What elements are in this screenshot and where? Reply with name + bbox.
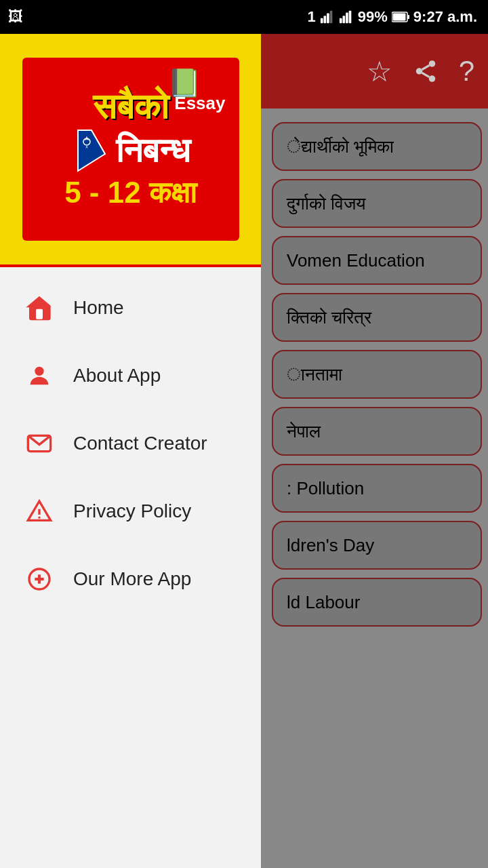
list-item[interactable]: दुर्गाको विजय — [272, 179, 482, 228]
svg-rect-6 — [346, 13, 348, 24]
notification-badge: 1 — [308, 8, 316, 26]
svg-line-14 — [422, 73, 429, 77]
time-display: 9:27 a.m. — [413, 8, 477, 26]
list-item[interactable]: ेद्यार्थीको भूमिका — [272, 122, 482, 171]
essay-label: Essay — [174, 93, 225, 114]
share-icon[interactable] — [413, 58, 439, 84]
list-area: ेद्यार्थीको भूमिका दुर्गाको विजय Vomen E… — [261, 115, 488, 633]
warning-icon — [24, 496, 54, 526]
svg-point-13 — [428, 75, 435, 81]
svg-rect-2 — [327, 14, 329, 24]
home-icon — [24, 293, 54, 323]
svg-rect-0 — [321, 18, 323, 23]
app-container: ☆ ? ेद्यार्थीको भूमिका दुर्गाको विजय — [0, 34, 488, 868]
list-item[interactable]: : Pollution — [272, 464, 482, 513]
status-bar: 🖼 1 99% 9: — [0, 0, 488, 34]
navigation-drawer: 📗 सबैको Essay निबन्ध 5 — [0, 34, 261, 868]
list-item[interactable]: ldren's Day — [272, 521, 482, 570]
nav-item-about[interactable]: About App — [0, 342, 261, 410]
nav-item-more[interactable]: Our More App — [0, 545, 261, 613]
gallery-icon: 🖼 — [8, 8, 23, 26]
svg-rect-7 — [348, 11, 351, 23]
signal-icon — [320, 9, 335, 24]
svg-rect-3 — [329, 11, 332, 23]
nepal-flag-icon — [71, 127, 112, 174]
svg-point-11 — [428, 60, 435, 67]
svg-point-22 — [35, 367, 43, 376]
battery-percentage: 99% — [358, 8, 388, 26]
more-apps-label: Our More App — [73, 568, 191, 590]
list-item[interactable]: ld Labour — [272, 578, 482, 627]
nav-item-privacy[interactable]: Privacy Policy — [0, 477, 261, 545]
home-label: Home — [73, 297, 124, 319]
svg-point-12 — [415, 68, 422, 75]
nav-item-contact[interactable]: Contact Creator — [0, 410, 261, 477]
add-circle-icon — [24, 564, 54, 594]
svg-rect-5 — [342, 16, 345, 23]
svg-rect-21 — [36, 309, 43, 319]
svg-rect-1 — [323, 16, 326, 23]
privacy-label: Privacy Policy — [73, 500, 191, 522]
about-label: About App — [73, 365, 161, 387]
app-logo: 📗 सबैको Essay निबन्ध 5 — [22, 58, 239, 241]
email-icon — [24, 429, 54, 458]
svg-point-26 — [38, 517, 40, 519]
svg-marker-16 — [78, 130, 105, 171]
list-item[interactable]: नेपाल — [272, 407, 482, 456]
nav-item-home[interactable]: Home — [0, 274, 261, 342]
person-icon — [24, 361, 54, 391]
svg-rect-9 — [392, 14, 405, 21]
nibandh-text: निबन्ध — [116, 134, 190, 167]
list-item[interactable]: Vomen Education — [272, 236, 482, 285]
svg-line-15 — [422, 65, 429, 69]
signal2-icon — [339, 9, 354, 24]
list-item[interactable]: क्तिको चरित्र — [272, 293, 482, 342]
logo-middle: निबन्ध — [71, 127, 190, 174]
list-item[interactable]: ानतामा — [272, 350, 482, 399]
star-icon[interactable]: ☆ — [367, 55, 392, 88]
logo-top-text: सबैको — [93, 89, 169, 124]
svg-rect-10 — [407, 15, 409, 19]
app-logo-area: 📗 सबैको Essay निबन्ध 5 — [0, 34, 261, 264]
drawer-navigation: Home About App — [0, 267, 261, 868]
help-icon[interactable]: ? — [459, 55, 474, 87]
svg-rect-4 — [340, 18, 342, 23]
battery-icon — [392, 12, 409, 22]
contact-label: Contact Creator — [73, 433, 207, 454]
class-range-text: 5 - 12 कक्षा — [64, 176, 197, 210]
